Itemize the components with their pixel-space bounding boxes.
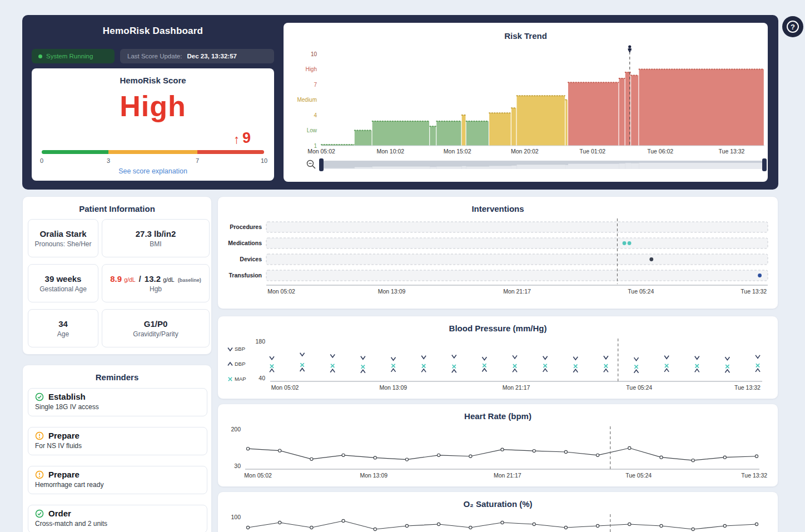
patient-name: Oralia Stark <box>39 229 86 238</box>
reminders-card: Reminders Establish Single 18G IV access… <box>22 365 212 532</box>
check-circle-icon <box>35 392 44 401</box>
reminder-detail: Single 18G IV access <box>35 403 200 411</box>
last-update-label: Last Score Update: <box>127 53 182 59</box>
gestational-age-label: Gestational Age <box>39 285 87 293</box>
app-title: HemoRisk Dashboard <box>22 26 284 37</box>
heart-rate-title: Heart Rate (bpm) <box>218 404 778 421</box>
scale-tick: 3 <box>107 157 110 164</box>
svg-text:Tue 13:32: Tue 13:32 <box>719 148 745 155</box>
svg-text:Mon 10:02: Mon 10:02 <box>377 148 405 155</box>
svg-text:40: 40 <box>259 375 265 381</box>
bmi-value: 27.3 lb/in2 <box>136 229 176 238</box>
svg-text:7: 7 <box>314 82 317 88</box>
score-scale-ticks: 0 3 7 10 <box>42 157 264 165</box>
reminder-item[interactable]: Prepare For NS IV fluids <box>28 427 207 455</box>
risk-trend-card: Risk Trend 10High7Medium4Low1Mon 05:02Mo… <box>284 23 768 182</box>
reminder-title: Prepare <box>48 431 79 440</box>
patient-info-grid: Oralia Stark Pronouns: She/Her 27.3 lb/i… <box>28 219 210 347</box>
status-label: System Running <box>46 53 93 59</box>
blood-pressure-title: Blood Pressure (mm/Hg) <box>218 316 778 333</box>
svg-text:30: 30 <box>234 463 241 469</box>
reminder-item[interactable]: Establish Single 18G IV access <box>28 388 207 416</box>
reminder-title: Prepare <box>48 470 79 479</box>
hgb-baseline: 13.2 <box>145 274 161 284</box>
svg-text:Medications: Medications <box>228 240 262 246</box>
hgb-baseline-note: (baseline) <box>178 277 201 283</box>
svg-text:10: 10 <box>311 51 317 57</box>
o2-saturation-card: O₂ Saturation (%) 100 <box>217 491 778 532</box>
svg-text:Tue 13:32: Tue 13:32 <box>734 384 761 391</box>
svg-text:MAP: MAP <box>235 376 246 382</box>
dashboard-page: HemoRisk Dashboard System Running Last S… <box>0 0 805 532</box>
gestational-age-value: 39 weeks <box>45 274 82 284</box>
patient-name-box: Oralia Stark Pronouns: She/Her <box>28 219 98 257</box>
score-number: 9 <box>242 131 251 146</box>
age-value: 34 <box>58 319 68 329</box>
svg-text:Devices: Devices <box>240 256 262 262</box>
interventions-title: Interventions <box>218 197 778 213</box>
patient-info-title: Patient Information <box>23 197 211 213</box>
svg-text:Mon 15:02: Mon 15:02 <box>444 148 471 155</box>
scale-high-segment <box>197 150 264 154</box>
svg-text:Tue 01:02: Tue 01:02 <box>579 148 605 155</box>
svg-text:Mon 05:02: Mon 05:02 <box>267 288 295 295</box>
svg-text:Mon 21:17: Mon 21:17 <box>494 472 521 479</box>
reminder-title: Order <box>48 509 71 518</box>
reminders-title: Reminders <box>23 365 211 382</box>
o2-saturation-chart: 100 <box>223 510 773 532</box>
reminder-item[interactable]: Prepare Hemorrhage cart ready <box>28 466 207 494</box>
patient-info-card: Patient Information Oralia Stark Pronoun… <box>22 196 212 355</box>
hgb-separator: / <box>138 275 142 284</box>
green-dot-icon <box>38 54 42 58</box>
svg-text:Mon 13:09: Mon 13:09 <box>379 384 407 391</box>
score-explanation-link[interactable]: See score explanation <box>32 167 274 175</box>
svg-text:4: 4 <box>314 112 317 118</box>
svg-text:Mon 21:17: Mon 21:17 <box>503 288 531 295</box>
svg-text:Tue 05:24: Tue 05:24 <box>626 384 652 391</box>
svg-text:Tue 13:32: Tue 13:32 <box>741 288 767 295</box>
svg-text:Tue 06:02: Tue 06:02 <box>647 148 673 155</box>
svg-text:SBP: SBP <box>235 346 245 352</box>
scale-low-segment <box>42 150 108 154</box>
help-button[interactable]: ? <box>782 16 803 37</box>
svg-text:Low: Low <box>307 127 317 133</box>
svg-text:Transfusion: Transfusion <box>228 272 262 279</box>
svg-text:Mon 13:09: Mon 13:09 <box>360 472 387 479</box>
check-circle-icon <box>35 509 44 518</box>
scale-tick: 7 <box>196 157 199 164</box>
score-value: ↑ 9 <box>233 131 251 146</box>
scale-tick: 10 <box>261 157 267 164</box>
svg-text:High: High <box>305 66 317 72</box>
svg-text:Mon 05:02: Mon 05:02 <box>271 384 299 391</box>
svg-text:200: 200 <box>231 426 241 432</box>
last-update-value: Dec 23, 13:32:57 <box>187 53 237 59</box>
heart-rate-chart: 20030Mon 05:02Mon 13:09Mon 21:17Tue 05:2… <box>223 422 773 484</box>
header-panel: HemoRisk Dashboard System Running Last S… <box>22 15 778 190</box>
svg-text:Mon 05:02: Mon 05:02 <box>244 472 272 479</box>
svg-text:Mon 13:09: Mon 13:09 <box>378 288 406 295</box>
system-status-badge: System Running <box>32 49 115 63</box>
svg-text:Tue 05:24: Tue 05:24 <box>625 472 652 479</box>
alert-circle-icon <box>35 470 44 479</box>
svg-text:Mon 20:02: Mon 20:02 <box>511 148 539 155</box>
gravidity-label: Gravidity/Parity <box>133 330 178 338</box>
interventions-chart: ProceduresMedicationsDevicesTransfusionM… <box>223 217 773 301</box>
hgb-current-unit: g/dL <box>124 276 135 283</box>
hgb-baseline-unit: g/dL <box>163 276 174 283</box>
gravidity-box: G1/P0 Gravidity/Parity <box>102 309 210 347</box>
svg-text:180: 180 <box>255 338 265 345</box>
svg-text:Mon 21:17: Mon 21:17 <box>503 384 530 391</box>
risk-trend-title: Risk Trend <box>284 23 768 41</box>
hgb-box: 8.9 g/dL / 13.2 g/dL (baseline) Hgb <box>102 264 210 302</box>
hgb-current: 8.9 <box>110 274 122 284</box>
reminder-detail: For NS IV fluids <box>35 442 200 450</box>
score-scale-bar <box>42 150 264 154</box>
blood-pressure-chart: 18040SBPDBPMAPMon 05:02Mon 13:09Mon 21:1… <box>223 334 773 396</box>
last-update-badge: Last Score Update: Dec 23, 13:32:57 <box>120 49 274 63</box>
hgb-label: Hgb <box>150 285 162 293</box>
risk-trend-chart[interactable]: 10High7Medium4Low1Mon 05:02Mon 10:02Mon … <box>289 44 767 177</box>
arrow-up-icon: ↑ <box>233 133 240 146</box>
reminder-item[interactable]: Order Cross-match and 2 units <box>28 505 207 532</box>
question-circle-icon: ? <box>787 21 799 33</box>
blood-pressure-card: Blood Pressure (mm/Hg) 18040SBPDBPMAPMon… <box>217 316 778 399</box>
